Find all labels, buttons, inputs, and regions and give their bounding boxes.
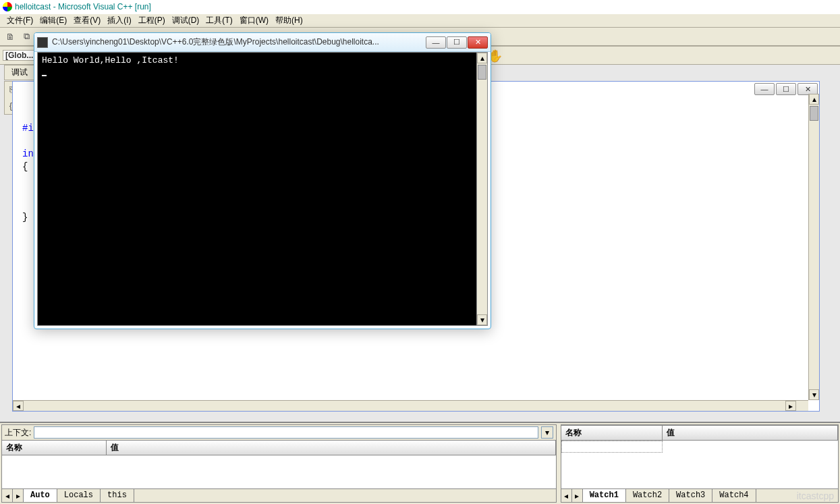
app-icon [3, 2, 12, 11]
scroll-down-icon[interactable]: ▾ [809, 389, 819, 400]
context-row: 上下文: ▾ [2, 425, 556, 440]
menu-debug[interactable]: 调试(D) [169, 13, 202, 28]
console-window: C:\Users\yincheng01\Desktop\VC++6.0完整绿色版… [34, 32, 491, 329]
ide-title-bar: helloitcast - Microsoft Visual C++ [run] [0, 0, 840, 13]
scroll-left-icon[interactable]: ◂ [13, 401, 24, 411]
code-editor[interactable]: #i in { } [22, 122, 34, 224]
menu-tools[interactable]: 工具(T) [203, 13, 235, 28]
console-output[interactable]: Hello World,Hello ,Itcast! [38, 53, 476, 325]
ide-title-text: helloitcast - Microsoft Visual C++ [run] [15, 2, 151, 11]
context-dropdown-button[interactable]: ▾ [541, 426, 553, 439]
bottom-panels: 上下文: ▾ 名称 值 ◂ ▸ Auto Locals this 名称 值 ◂ … [0, 422, 840, 504]
console-close-button[interactable]: ✕ [468, 36, 488, 49]
tab-auto[interactable]: Auto [24, 489, 57, 502]
console-cursor [42, 75, 47, 76]
scroll-down-icon[interactable]: ▾ [477, 314, 487, 325]
menu-file[interactable]: 文件(F) [4, 13, 36, 28]
vertical-scrollbar[interactable]: ▴ ▾ [808, 94, 819, 400]
console-maximize-button[interactable]: ☐ [447, 36, 467, 49]
new-file-button[interactable]: 🗎 [3, 29, 18, 44]
console-scrollbar[interactable]: ▴ ▾ [476, 53, 487, 325]
console-title-bar[interactable]: C:\Users\yincheng01\Desktop\VC++6.0完整绿色版… [34, 33, 491, 52]
console-minimize-button[interactable]: — [426, 36, 446, 49]
column-header-value[interactable]: 值 [663, 426, 838, 440]
code-line: } [22, 212, 28, 223]
console-title-text: C:\Users\yincheng01\Desktop\VC++6.0完整绿色版… [52, 36, 422, 48]
tab-locals[interactable]: Locals [57, 489, 101, 502]
watermark-text: itcastcpp [790, 489, 838, 502]
console-line: Hello World,Hello ,Itcast! [42, 55, 179, 65]
menu-insert[interactable]: 插入(I) [105, 13, 134, 28]
variables-grid-body[interactable] [2, 455, 556, 488]
tab-arrow-right-icon[interactable]: ▸ [572, 489, 583, 502]
menu-bar: 文件(F) 编辑(E) 查看(V) 插入(I) 工程(P) 调试(D) 工具(T… [0, 13, 840, 27]
tab-watch2[interactable]: Watch2 [626, 489, 669, 502]
variables-tabs: ◂ ▸ Auto Locals this [2, 488, 556, 502]
column-header-name[interactable]: 名称 [561, 426, 663, 440]
copy-button[interactable]: ⧉ [19, 29, 34, 44]
column-header-name[interactable]: 名称 [2, 441, 107, 455]
console-body: Hello World,Hello ,Itcast! ▴ ▾ [37, 52, 488, 326]
tab-watch4[interactable]: Watch4 [712, 489, 756, 502]
minimize-button[interactable]: — [754, 83, 775, 95]
watch-panel: 名称 值 ◂ ▸ Watch1 Watch2 Watch3 Watch4 itc… [561, 424, 839, 503]
watch-grid-body[interactable] [561, 441, 838, 488]
scroll-up-icon[interactable]: ▴ [477, 53, 487, 63]
scroll-right-icon[interactable]: ▸ [785, 401, 796, 411]
tab-this[interactable]: this [101, 489, 134, 502]
watch-tabs: ◂ ▸ Watch1 Watch2 Watch3 Watch4 itcastcp… [561, 488, 838, 502]
scrollbar-thumb[interactable] [478, 65, 486, 80]
watch-grid-header: 名称 值 [561, 425, 838, 441]
variables-panel: 上下文: ▾ 名称 值 ◂ ▸ Auto Locals this [1, 424, 557, 503]
tab-arrow-right-icon[interactable]: ▸ [13, 489, 24, 502]
tab-arrow-left-icon[interactable]: ◂ [561, 489, 572, 502]
maximize-button[interactable]: ☐ [776, 83, 796, 95]
code-line: { [22, 161, 28, 172]
tab-watch1[interactable]: Watch1 [583, 489, 626, 502]
scroll-up-icon[interactable]: ▴ [809, 94, 819, 105]
watch-edit-cell[interactable] [561, 441, 663, 453]
globals-combo[interactable]: [Glob... [3, 50, 36, 61]
column-header-value[interactable]: 值 [107, 441, 556, 455]
code-line: in [22, 148, 34, 159]
menu-window[interactable]: 窗口(W) [237, 13, 271, 28]
horizontal-scrollbar[interactable]: ◂ ▸ [13, 400, 808, 411]
context-input[interactable] [34, 426, 538, 439]
code-line: #i [22, 123, 34, 134]
menu-view[interactable]: 查看(V) [71, 13, 103, 28]
variables-grid-header: 名称 值 [2, 440, 556, 455]
menu-edit[interactable]: 编辑(E) [37, 13, 69, 28]
context-label: 上下文: [5, 427, 31, 439]
tab-arrow-left-icon[interactable]: ◂ [2, 489, 13, 502]
debug-tab[interactable]: 调试 [4, 65, 35, 80]
menu-project[interactable]: 工程(P) [136, 13, 168, 28]
menu-help[interactable]: 帮助(H) [273, 13, 306, 28]
tab-watch3[interactable]: Watch3 [669, 489, 712, 502]
scrollbar-thumb[interactable] [810, 106, 818, 121]
console-icon [37, 37, 48, 48]
